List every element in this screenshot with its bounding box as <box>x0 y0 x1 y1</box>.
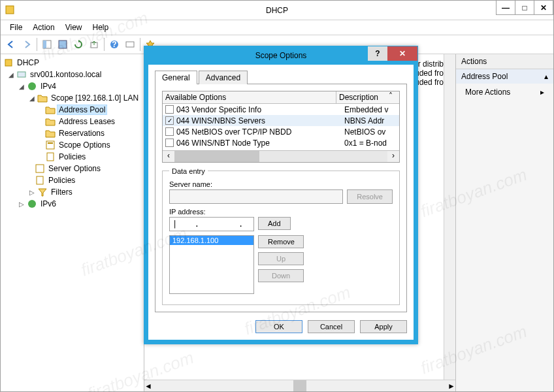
collapse-icon[interactable]: ◢ <box>28 95 36 102</box>
close-button[interactable]: ✕ <box>534 1 553 15</box>
options-button[interactable] <box>123 37 137 52</box>
scope-options-dialog: Scope Options ? ✕ General Advanced Avail… <box>144 46 418 344</box>
ipv6-icon <box>27 199 37 209</box>
up-button[interactable]: Up <box>258 252 304 265</box>
expand-icon[interactable]: ▷ <box>28 189 36 196</box>
tree-filters[interactable]: ▷ Filters <box>2 186 142 198</box>
help-button[interactable]: ? <box>107 37 122 52</box>
menu-file[interactable]: File <box>5 22 27 33</box>
minimize-button[interactable]: — <box>496 1 515 15</box>
menu-view[interactable]: View <box>60 22 88 33</box>
checkbox-checked[interactable]: ✓ <box>165 116 174 125</box>
expand-icon[interactable]: ▷ <box>18 201 25 208</box>
collapse-icon[interactable]: ◢ <box>7 71 15 78</box>
tree-scope-options[interactable]: Scope Options <box>2 139 142 151</box>
svg-rect-11 <box>46 141 54 149</box>
tree-server-options[interactable]: Server Options <box>2 163 142 174</box>
tree-ipv4[interactable]: ◢ IPv4 <box>2 80 142 92</box>
scroll-left-icon[interactable]: ‹ <box>163 151 174 162</box>
add-button[interactable]: Add <box>258 217 291 230</box>
scope-options-icon <box>45 140 56 150</box>
dialog-close-button[interactable]: ✕ <box>387 46 417 61</box>
policies-icon <box>45 152 56 162</box>
scroll-up-icon[interactable]: ˄ <box>389 91 399 103</box>
apply-button[interactable]: Apply <box>360 320 407 333</box>
actions-header: Actions <box>456 54 553 69</box>
ip-list-item[interactable]: 192.168.1.100 <box>170 236 253 245</box>
ip-address-input[interactable] <box>169 217 254 231</box>
option-row[interactable]: ✓ 044 WINS/NBNS Servers NBNS Addr <box>163 115 399 126</box>
tree-pane: DHCP ◢ srv001.kontoso.local ◢ IPv4 ◢ Sco… <box>1 54 144 391</box>
refresh-button[interactable] <box>71 37 86 52</box>
server-name-input[interactable] <box>169 189 343 204</box>
tree-reservations[interactable]: Reservations <box>2 127 142 139</box>
svg-rect-15 <box>37 176 43 184</box>
show-hide-button[interactable] <box>40 37 54 52</box>
window-title: DHCP <box>266 6 288 15</box>
actions-subheader[interactable]: Address Pool ▴ <box>456 69 553 84</box>
remove-button[interactable]: Remove <box>258 235 304 248</box>
tab-panel-general: Available Options Description ˄ 043 Vend… <box>155 84 407 312</box>
option-row[interactable]: 043 Vendor Specific Info Embedded v <box>163 104 399 115</box>
option-row[interactable]: 046 WINS/NBT Node Type 0x1 = B-nod <box>163 137 399 148</box>
ipv4-icon <box>27 81 37 91</box>
tree-root[interactable]: DHCP <box>2 57 142 69</box>
checkbox[interactable] <box>165 127 174 136</box>
tree-server[interactable]: ◢ srv001.kontoso.local <box>2 69 142 80</box>
scroll-right-icon[interactable]: › <box>387 151 399 162</box>
ip-address-label: IP address: <box>169 208 393 216</box>
tree-scope[interactable]: ◢ Scope [192.168.1.0] LAN <box>2 92 142 104</box>
center-vscrollbar[interactable] <box>444 54 455 380</box>
scroll-right-icon[interactable]: ► <box>448 382 455 391</box>
server-name-label: Server name: <box>169 180 393 188</box>
svg-rect-9 <box>18 72 25 77</box>
svg-rect-2 <box>43 41 46 48</box>
col-available-options[interactable]: Available Options <box>163 91 336 103</box>
tree-policies[interactable]: Policies <box>2 151 142 163</box>
tab-general[interactable]: General <box>155 71 197 84</box>
tree-policies-2[interactable]: Policies <box>2 174 142 186</box>
checkbox[interactable] <box>165 139 174 147</box>
data-entry-legend: Data entry <box>169 167 208 175</box>
down-button[interactable]: Down <box>258 269 304 282</box>
options-hscrollbar[interactable]: ‹ › <box>163 150 399 162</box>
tree-address-leases[interactable]: Address Leases <box>2 116 142 127</box>
collapse-up-icon[interactable]: ▴ <box>544 72 548 81</box>
dialog-help-button[interactable]: ? <box>368 46 387 61</box>
col-description[interactable]: Description <box>336 91 389 103</box>
properties-button[interactable] <box>56 37 70 52</box>
back-button[interactable] <box>4 37 18 52</box>
svg-rect-3 <box>59 41 67 48</box>
cancel-button[interactable]: Cancel <box>308 320 355 333</box>
center-hscrollbar[interactable]: ◄ ► <box>144 380 455 391</box>
scroll-thumb[interactable] <box>293 380 306 391</box>
svg-rect-7 <box>126 42 134 47</box>
tree-address-pool[interactable]: Address Pool <box>2 104 142 116</box>
resolve-button[interactable]: Resolve <box>347 189 393 204</box>
tab-advanced[interactable]: Advanced <box>199 71 248 84</box>
actions-pane: Actions Address Pool ▴ More Actions ▸ <box>455 54 553 391</box>
chevron-right-icon: ▸ <box>540 88 544 97</box>
collapse-icon[interactable]: ◢ <box>18 83 25 90</box>
svg-point-16 <box>28 200 36 208</box>
ip-list[interactable]: 192.168.1.100 <box>169 235 254 294</box>
scroll-left-icon[interactable]: ◄ <box>144 382 152 391</box>
server-icon <box>16 69 27 80</box>
app-icon <box>5 5 15 15</box>
tree-ipv6[interactable]: ▷ IPv6 <box>2 198 142 210</box>
reservations-icon <box>45 128 56 139</box>
actions-more[interactable]: More Actions ▸ <box>456 84 553 101</box>
dialog-titlebar[interactable]: Scope Options ? ✕ <box>144 46 417 65</box>
menu-help[interactable]: Help <box>88 22 114 33</box>
svg-rect-12 <box>48 142 53 144</box>
ok-button[interactable]: OK <box>255 320 302 333</box>
forward-button[interactable] <box>20 37 34 52</box>
available-options-list: Available Options Description ˄ 043 Vend… <box>162 91 400 163</box>
checkbox[interactable] <box>165 105 174 114</box>
maximize-button[interactable]: □ <box>515 1 534 15</box>
export-button[interactable] <box>87 37 101 52</box>
option-row[interactable]: 045 NetBIOS over TCP/IP NBDD NetBIOS ov <box>163 126 399 137</box>
scroll-thumb[interactable] <box>174 151 259 162</box>
svg-rect-14 <box>36 165 44 172</box>
menu-action[interactable]: Action <box>27 22 59 33</box>
